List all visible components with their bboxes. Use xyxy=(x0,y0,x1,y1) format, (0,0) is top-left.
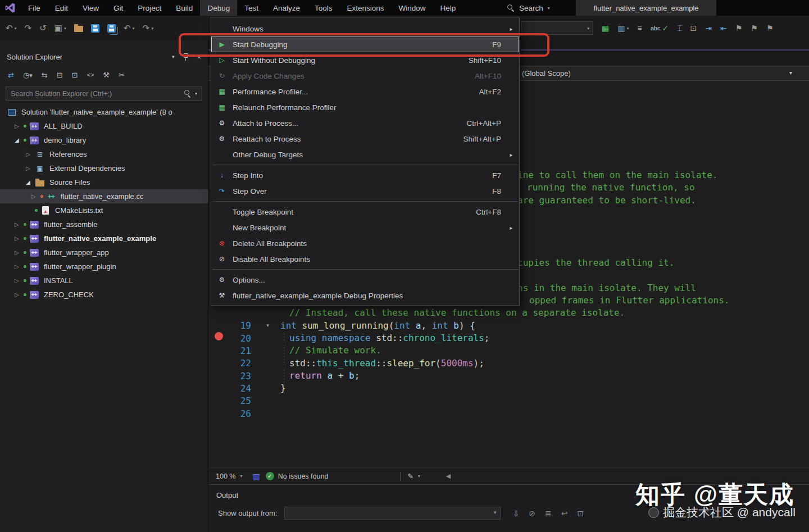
open-folder-button[interactable] xyxy=(74,24,83,32)
collapse-arrow-icon[interactable]: ◢ xyxy=(15,137,24,143)
search-icon[interactable] xyxy=(184,90,192,97)
sync-with-document-icon[interactable]: ⇄ xyxy=(8,71,14,79)
menu-item-debug-properties[interactable]: ⚒flutter_native_example_example Debug Pr… xyxy=(211,288,519,303)
tree-item-zero-check[interactable]: ▷ ++ ZERO_CHECK xyxy=(0,288,208,302)
scroll-down-icon[interactable]: ⇩ xyxy=(513,509,520,518)
navigate-back-button[interactable]: ↶▾ xyxy=(6,23,17,33)
menu-item-disable-all-breakpoints[interactable]: ⊘Disable All Breakpoints xyxy=(211,251,519,267)
menubar-item-debug[interactable]: Debug xyxy=(200,0,237,16)
menu-item-step-into[interactable]: ↓Step IntoF7 xyxy=(211,167,519,183)
line-menu-icon[interactable]: ≡ xyxy=(637,24,642,33)
menu-item-new-breakpoint[interactable]: New Breakpoint▸ xyxy=(211,220,519,235)
expand-arrow-icon[interactable]: ▷ xyxy=(15,292,24,298)
undo-button[interactable]: ↶▾ xyxy=(124,23,135,33)
solution-search-box[interactable]: ▾ xyxy=(6,87,202,101)
pending-changes-filter-icon[interactable]: ◷▾ xyxy=(23,71,33,79)
prev-bookmark-button[interactable]: ⚑ xyxy=(751,24,758,33)
menubar-item-git[interactable]: Git xyxy=(106,0,130,16)
expand-arrow-icon[interactable]: ▷ xyxy=(26,151,35,157)
menu-item-windows[interactable]: Windows▸ xyxy=(211,21,519,37)
output-panel-title[interactable]: Output xyxy=(216,491,238,499)
menu-item-delete-all-breakpoints[interactable]: ⊗Delete All Breakpoints xyxy=(211,235,519,251)
menu-item-performance-profiler[interactable]: ▦Performance Profiler...Alt+F2 xyxy=(211,84,519,99)
preview-icon[interactable]: ✂ xyxy=(119,71,125,79)
tree-item-solution[interactable]: Solution 'flutter_native_example_example… xyxy=(0,105,208,119)
profiler-toolbar-icon[interactable]: ▦ xyxy=(602,24,609,33)
compare-documents-icon[interactable]: ▥ xyxy=(252,472,260,481)
tree-item-flutter-assemble[interactable]: ▷ ++ flutter_assemble xyxy=(0,217,208,231)
breakpoint-icon[interactable] xyxy=(215,332,223,340)
redo-button[interactable]: ↷▾ xyxy=(143,23,154,33)
zoom-level[interactable]: 100 % xyxy=(216,472,235,480)
menubar-item-help[interactable]: Help xyxy=(433,0,463,16)
list-view-icon[interactable]: ≣ xyxy=(545,509,552,518)
pin-output-icon[interactable]: ⊡ xyxy=(577,509,584,518)
tree-item-demo-library[interactable]: ◢ ++ demo_library xyxy=(0,133,208,147)
pin-icon[interactable] xyxy=(183,53,188,61)
save-all-button[interactable] xyxy=(107,24,116,33)
menubar-item-analyze[interactable]: Analyze xyxy=(266,0,307,16)
tree-item-external-dependencies[interactable]: ▷ ▣ External Dependencies xyxy=(0,161,208,175)
properties-icon[interactable]: ⚒ xyxy=(103,71,110,79)
line-number[interactable]: 26 xyxy=(208,407,251,420)
tree-item-flutter-wrapper-app[interactable]: ▷ ++ flutter_wrapper_app xyxy=(0,245,208,260)
issues-status[interactable]: No issues found xyxy=(278,472,329,480)
menubar-item-edit[interactable]: Edit xyxy=(48,0,75,16)
chevron-down-icon[interactable]: ▾ xyxy=(548,6,550,11)
menubar-item-build[interactable]: Build xyxy=(169,0,200,16)
menu-item-start-debugging[interactable]: ▶Start DebuggingF9 xyxy=(211,37,519,52)
collapse-all-icon[interactable]: ⊟ xyxy=(57,71,63,79)
toolbar-combo[interactable]: ▾ xyxy=(521,21,593,35)
chevron-down-icon[interactable]: ▾ xyxy=(240,474,242,479)
collapse-arrow-icon[interactable]: ◢ xyxy=(26,179,35,185)
menubar-item-test[interactable]: Test xyxy=(237,0,266,16)
menubar-item-file[interactable]: File xyxy=(21,0,48,16)
next-bookmark-button[interactable]: ⚑ xyxy=(766,24,774,33)
clear-output-icon[interactable]: ⊘ xyxy=(529,509,535,518)
menu-item-toggle-breakpoint[interactable]: Toggle BreakpointCtrl+F8 xyxy=(211,204,519,220)
menu-item-reattach-to-process[interactable]: ⚙Reattach to ProcessShift+Alt+P xyxy=(211,131,519,147)
tree-item-cmakelists[interactable]: ▲ CMakeLists.txt xyxy=(0,203,208,217)
menubar-item-tools[interactable]: Tools xyxy=(307,0,340,16)
view-code-icon[interactable]: <> xyxy=(87,71,94,78)
expand-arrow-icon[interactable]: ▷ xyxy=(15,123,24,129)
new-window-button[interactable]: ▣▾ xyxy=(54,23,66,33)
bookmark-button[interactable]: ⚑ xyxy=(735,24,743,33)
show-all-files-icon[interactable]: ⊡ xyxy=(72,71,78,79)
tree-item-source-files[interactable]: ◢ Source Files xyxy=(0,175,208,189)
navigate-forward-button[interactable]: ↷ xyxy=(25,23,32,33)
menu-item-options[interactable]: ⚙Options... xyxy=(211,272,519,288)
menu-item-attach-to-process[interactable]: ⚙Attach to Process...Ctrl+Alt+P xyxy=(211,115,519,131)
expand-arrow-icon[interactable]: ▷ xyxy=(26,165,35,171)
menu-item-relaunch-performance-profiler[interactable]: ▦Relaunch Performance Profiler xyxy=(211,99,519,115)
menu-item-start-without-debugging[interactable]: ▷Start Without DebuggingShift+F10 xyxy=(211,52,519,68)
scope-dropdown[interactable]: (Global Scope) xyxy=(522,66,571,80)
tree-item-install[interactable]: ▷ ++ INSTALL xyxy=(0,274,208,288)
fold-arrow-icon[interactable]: ▾ xyxy=(266,319,270,332)
expand-arrow-icon[interactable]: ▷ xyxy=(15,263,24,270)
expand-arrow-icon[interactable]: ▷ xyxy=(15,221,24,228)
scroll-left-icon[interactable]: ◀ xyxy=(446,472,451,480)
search-input[interactable] xyxy=(11,90,181,98)
expand-arrow-icon[interactable]: ▷ xyxy=(15,249,24,256)
tree-item-flutter-wrapper-plugin[interactable]: ▷ ++ flutter_wrapper_plugin xyxy=(0,260,208,274)
menubar-item-window[interactable]: Window xyxy=(392,0,433,16)
ink-edit-icon[interactable]: ✎ xyxy=(407,472,413,480)
menubar-item-project[interactable]: Project xyxy=(130,0,169,16)
indent-decrease-button[interactable]: ⇤ xyxy=(720,24,727,33)
output-source-combo[interactable]: ▾ xyxy=(284,507,501,520)
menu-item-step-over[interactable]: ↷Step OverF8 xyxy=(211,183,519,199)
menu-item-other-debug-targets[interactable]: Other Debug Targets▸ xyxy=(211,147,519,162)
word-wrap-icon[interactable]: ↩ xyxy=(561,509,568,518)
close-icon[interactable]: × xyxy=(197,53,201,61)
tree-item-all-build[interactable]: ▷ ++ ALL_BUILD xyxy=(0,119,208,133)
tree-item-flutter-native-example-cc[interactable]: ▷ ++ flutter_native_example.cc xyxy=(0,189,208,203)
expand-arrow-icon[interactable]: ▷ xyxy=(31,193,40,199)
save-button[interactable] xyxy=(91,24,99,33)
quick-search[interactable]: Search ▾ xyxy=(507,0,550,16)
tree-item-flutter-native-example-example[interactable]: ▷ ++ flutter_native_example_example xyxy=(0,231,208,245)
chevron-down-icon[interactable]: ▾ xyxy=(418,474,420,479)
expand-arrow-icon[interactable]: ▷ xyxy=(15,278,24,284)
chevron-down-icon[interactable]: ▾ xyxy=(172,54,175,60)
tree-item-references[interactable]: ▷ ⊞ References xyxy=(0,147,208,161)
